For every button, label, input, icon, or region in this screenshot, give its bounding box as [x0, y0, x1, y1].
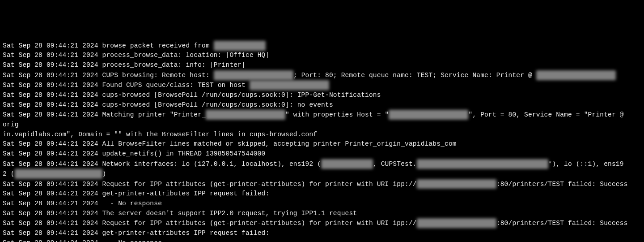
log-line: Sat Sep 28 09:44:21 2024 get-printer-att…	[3, 189, 641, 199]
log-line: in.vapidlabs.com", Domain = "" with the …	[3, 130, 641, 140]
redacted-text: origin.vapidlabs.com	[250, 80, 329, 90]
timestamp: Sat Sep 28 09:44:21 2024	[3, 101, 98, 108]
timestamp: Sat Sep 28 09:44:21 2024	[3, 220, 98, 227]
log-line: Sat Sep 28 09:44:21 2024 process_browse_…	[3, 60, 641, 70]
log-text: *), lo (::1), ens19	[548, 160, 624, 168]
log-text: The server doesn't support IPP2.0 reques…	[98, 210, 357, 217]
redacted-text: 47.106.145.21	[321, 159, 373, 169]
timestamp: Sat Sep 28 09:44:21 2024	[3, 180, 98, 187]
log-line: Sat Sep 28 09:44:21 2024 All BrowseFilte…	[3, 139, 641, 149]
log-text: Request for IPP attributes (get-printer-…	[98, 220, 417, 227]
log-line: Sat Sep 28 09:44:21 2024 Found CUPS queu…	[3, 80, 641, 90]
log-text: browse packet received from	[98, 42, 214, 49]
timestamp: Sat Sep 28 09:44:21 2024	[3, 52, 98, 59]
timestamp: Sat Sep 28 09:44:21 2024	[3, 190, 98, 197]
redacted-text	[417, 159, 548, 169]
log-line: Sat Sep 28 09:44:21 2024 cups-browsed [B…	[3, 91, 641, 100]
timestamp: Sat Sep 28 09:44:21 2024	[3, 42, 98, 49]
redacted-text: origin.vapidlabs.com	[417, 218, 496, 228]
timestamp: Sat Sep 28 09:44:21 2024	[3, 140, 98, 147]
timestamp: Sat Sep 28 09:44:21 2024	[3, 61, 98, 69]
log-line: Sat Sep 28 09:44:21 2024 process_browse_…	[3, 51, 641, 60]
log-line: Sat Sep 28 09:44:21 2024 Request for IPP…	[3, 179, 641, 189]
log-line: Sat Sep 28 09:44:21 2024 Matching printe…	[3, 110, 641, 130]
redacted-text: 47.106.145.21	[214, 41, 266, 51]
log-text: - No response	[98, 200, 162, 207]
log-text: process_browse_data: location: |Office H…	[98, 52, 270, 59]
log-line: Sat Sep 28 09:44:21 2024 update_netifs()…	[3, 149, 641, 159]
log-text: CUPS browsing: Remote host:	[98, 72, 214, 79]
log-text: cups-browsed [BrowsePoll /run/cups/cups.…	[98, 91, 381, 99]
log-line: Sat Sep 28 09:44:21 2024 Network interfa…	[3, 159, 641, 169]
log-text: ; Port: 80; Remote queue name: TEST; Ser…	[293, 72, 536, 79]
timestamp: Sat Sep 28 09:44:21 2024	[3, 229, 98, 237]
log-text: get-printer-attributes IPP request faile…	[98, 229, 270, 237]
redacted-text: origin_vapidlabs_com	[206, 110, 285, 120]
log-text: get-printer-attributes IPP request faile…	[98, 190, 270, 197]
log-line: Sat Sep 28 09:44:21 2024 get-printer-att…	[3, 229, 641, 238]
log-text: Found CUPS queue/class: TEST on host	[98, 82, 250, 89]
log-text: )	[102, 170, 106, 177]
redacted-text: fe80::a00:27ff:fe28:9d	[15, 169, 102, 179]
log-text: 2 (	[3, 170, 15, 177]
log-line: Sat Sep 28 09:44:21 2024 browse packet r…	[3, 41, 641, 51]
log-text: :80/printers/TEST failed: Success	[496, 220, 628, 227]
log-text: Matching printer "Printer_	[98, 111, 206, 118]
log-text: update_netifs() in THREAD 13985054754400…	[98, 150, 266, 157]
log-line: Sat Sep 28 09:44:21 2024 - No response	[3, 199, 641, 209]
log-line: Sat Sep 28 09:44:21 2024 - No response	[3, 238, 641, 242]
log-text: All BrowseFilter lines matched or skippe…	[98, 140, 457, 147]
log-text: process_browse_data: info: |Printer|	[98, 61, 246, 69]
timestamp: Sat Sep 28 09:44:21 2024	[3, 82, 98, 89]
timestamp: Sat Sep 28 09:44:21 2024	[3, 160, 98, 168]
timestamp: Sat Sep 28 09:44:21 2024	[3, 72, 98, 79]
redacted-text: origin.vapidlabs.com	[417, 179, 496, 189]
redacted-text: origin.vapidlabs.com	[389, 110, 468, 120]
log-text: Network interfaces: lo (127.0.0.1, local…	[98, 160, 321, 168]
log-line: Sat Sep 28 09:44:21 2024 The server does…	[3, 209, 641, 219]
timestamp: Sat Sep 28 09:44:21 2024	[3, 111, 98, 118]
timestamp: Sat Sep 28 09:44:21 2024	[3, 91, 98, 99]
log-line: Sat Sep 28 09:44:21 2024 Request for IPP…	[3, 218, 641, 228]
log-text: " with properties Host = "	[285, 111, 389, 118]
timestamp: Sat Sep 28 09:44:21 2024	[3, 239, 98, 242]
timestamp: Sat Sep 28 09:44:21 2024	[3, 210, 98, 217]
log-text: , CUPSTest.	[373, 160, 417, 168]
log-line: Sat Sep 28 09:44:21 2024 CUPS browsing: …	[3, 70, 641, 80]
redacted-text: origin.vapidlabs.com	[214, 70, 293, 80]
timestamp: Sat Sep 28 09:44:21 2024	[3, 200, 98, 207]
terminal-log: Sat Sep 28 09:44:21 2024 browse packet r…	[3, 41, 641, 242]
log-text: Request for IPP attributes (get-printer-…	[98, 180, 417, 187]
log-line: Sat Sep 28 09:44:21 2024 cups-browsed [B…	[3, 100, 641, 110]
timestamp: Sat Sep 28 09:44:21 2024	[3, 150, 98, 157]
log-text: in.vapidlabs.com", Domain = "" with the …	[3, 131, 317, 138]
log-line: 2 (fe80::a00:27ff:fe28:9d)	[3, 169, 641, 179]
redacted-text: origin.vapidlabs.com	[536, 70, 616, 80]
log-text: :80/printers/TEST failed: Success	[496, 180, 628, 187]
log-text: - No response	[98, 239, 162, 242]
log-text: cups-browsed [BrowsePoll /run/cups/cups.…	[98, 101, 333, 108]
